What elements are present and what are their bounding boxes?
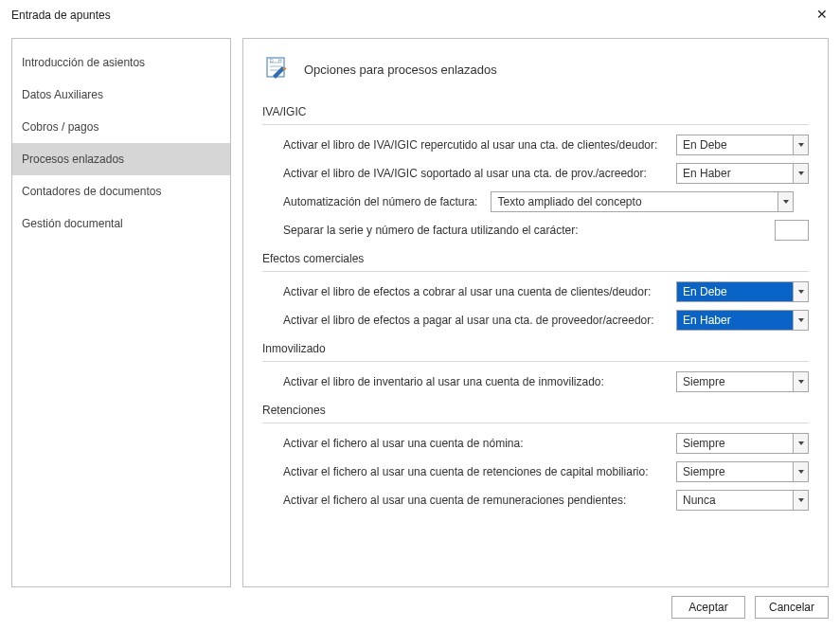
sidebar: Introducción de asientos Datos Auxiliare… xyxy=(11,38,231,587)
select-efectos-pagar[interactable]: En Haber xyxy=(676,310,809,331)
section-title-retenciones: Retenciones xyxy=(262,400,809,423)
sidebar-item-procesos-enlazados[interactable]: Procesos enlazados xyxy=(12,143,230,175)
chevron-down-icon[interactable] xyxy=(793,282,808,301)
chevron-down-icon[interactable] xyxy=(793,372,808,391)
section-title-inmovilizado: Inmovilizado xyxy=(262,338,809,362)
label: Activar el fichero al usar una cuenta de… xyxy=(283,437,523,450)
row-efectos-pagar: Activar el libro de efectos a pagar al u… xyxy=(262,310,809,331)
sidebar-item-label: Datos Auxiliares xyxy=(22,88,103,101)
select-iva-soportado[interactable]: En Haber xyxy=(676,163,809,184)
sidebar-item-label: Procesos enlazados xyxy=(22,153,124,166)
label: Activar el libro de efectos a pagar al u… xyxy=(283,314,654,327)
select-inmovilizado[interactable]: Siempre xyxy=(676,371,809,392)
row-iva-repercutido: Activar el libro de IVA/IGIC repercutido… xyxy=(262,135,809,155)
chevron-down-icon[interactable] xyxy=(793,462,808,481)
sidebar-item-label: Cobros / pagos xyxy=(22,120,98,134)
sidebar-item-label: Contadores de documentos xyxy=(22,185,161,198)
row-ret-capital: Activar el fichero al usar una cuenta de… xyxy=(262,461,809,482)
row-efectos-cobrar: Activar el libro de efectos a cobrar al … xyxy=(262,281,809,302)
chevron-down-icon[interactable] xyxy=(777,192,793,211)
select-value: Siempre xyxy=(677,434,793,453)
input-separar-caracter[interactable] xyxy=(775,220,809,241)
label: Automatización del número de factura: xyxy=(283,195,477,208)
svg-text:D: D xyxy=(270,58,274,63)
chevron-down-icon[interactable] xyxy=(793,434,808,453)
sidebar-item-gestion-documental[interactable]: Gestión documental xyxy=(12,207,230,240)
section-title-iva: IVA/IGIC xyxy=(262,101,809,125)
page-icon: D H xyxy=(264,56,291,82)
label: Activar el libro de inventario al usar u… xyxy=(283,375,604,388)
row-iva-soportado: Activar el libro de IVA/IGIC soportado a… xyxy=(262,163,809,184)
sidebar-item-introduccion[interactable]: Introducción de asientos xyxy=(12,46,230,79)
row-ret-nomina: Activar el fichero al usar una cuenta de… xyxy=(262,433,809,454)
accept-button[interactable]: Aceptar xyxy=(671,596,745,619)
label: Activar el libro de efectos a cobrar al … xyxy=(283,285,651,298)
chevron-down-icon[interactable] xyxy=(793,135,808,154)
row-inmovilizado: Activar el libro de inventario al usar u… xyxy=(262,371,809,392)
chevron-down-icon[interactable] xyxy=(793,311,808,330)
page-header: D H Opciones para procesos enlazados xyxy=(262,56,809,82)
label: Activar el fichero al usar una cuenta de… xyxy=(283,465,649,478)
sidebar-item-contadores[interactable]: Contadores de documentos xyxy=(12,175,230,207)
select-value: En Debe xyxy=(677,282,793,301)
chevron-down-icon[interactable] xyxy=(793,164,808,183)
dialog-body: Introducción de asientos Datos Auxiliare… xyxy=(0,30,840,587)
page-title: Opciones para procesos enlazados xyxy=(304,63,497,77)
select-efectos-cobrar[interactable]: En Debe xyxy=(676,281,809,302)
select-value: Siempre xyxy=(677,372,793,391)
close-icon[interactable]: ✕ xyxy=(813,6,831,23)
section-title-efectos: Efectos comerciales xyxy=(262,248,809,272)
sidebar-item-label: Gestión documental xyxy=(22,217,123,230)
dialog-footer: Aceptar Cancelar xyxy=(671,596,829,619)
select-value: En Debe xyxy=(677,135,793,154)
button-label: Cancelar xyxy=(769,601,814,614)
row-automatizacion-factura: Automatización del número de factura: Te… xyxy=(262,191,809,212)
label: Activar el fichero al usar una cuenta de… xyxy=(283,494,626,507)
select-value: Texto ampliado del concepto xyxy=(491,192,777,211)
main-panel: D H Opciones para procesos enlazados IVA… xyxy=(242,38,829,587)
row-separar-serie: Separar la serie y número de factura uti… xyxy=(262,220,809,241)
sidebar-item-cobros-pagos[interactable]: Cobros / pagos xyxy=(12,111,230,143)
titlebar: Entrada de apuntes ✕ xyxy=(0,0,840,30)
sidebar-item-datos-auxiliares[interactable]: Datos Auxiliares xyxy=(12,79,230,111)
select-iva-repercutido[interactable]: En Debe xyxy=(676,135,809,155)
select-ret-nomina[interactable]: Siempre xyxy=(676,433,809,454)
window-title: Entrada de apuntes xyxy=(11,9,111,22)
select-value: En Haber xyxy=(677,164,793,183)
select-ret-capital[interactable]: Siempre xyxy=(676,461,809,482)
select-value: Siempre xyxy=(677,462,793,481)
svg-text:H: H xyxy=(278,58,282,63)
label: Activar el libro de IVA/IGIC repercutido… xyxy=(283,138,657,152)
select-ret-remuneraciones[interactable]: Nunca xyxy=(676,490,809,511)
chevron-down-icon[interactable] xyxy=(793,491,808,510)
row-ret-remuneraciones: Activar el fichero al usar una cuenta de… xyxy=(262,490,809,511)
select-value: Nunca xyxy=(677,491,793,510)
button-label: Aceptar xyxy=(688,601,727,614)
label: Separar la serie y número de factura uti… xyxy=(283,224,579,237)
select-value: En Haber xyxy=(677,311,793,330)
label: Activar el libro de IVA/IGIC soportado a… xyxy=(283,167,647,180)
sidebar-item-label: Introducción de asientos xyxy=(22,56,145,69)
select-automatizacion-factura[interactable]: Texto ampliado del concepto xyxy=(491,191,794,212)
cancel-button[interactable]: Cancelar xyxy=(755,596,829,619)
